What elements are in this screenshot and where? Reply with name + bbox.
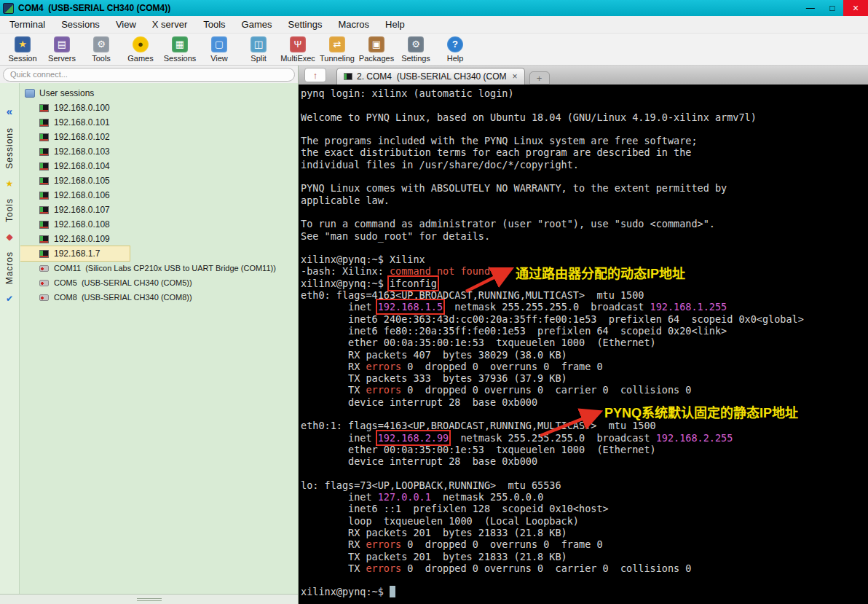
window-title: COM4 (USB-SERIAL CH340 (COM4)) — [18, 3, 170, 13]
ssh-session-icon — [39, 133, 49, 141]
menu-macros[interactable]: Macros — [330, 16, 377, 33]
session-tree: User sessions 192.168.0.100192.168.0.101… — [20, 83, 298, 594]
toolbar-label: Settings — [401, 54, 430, 63]
menu-terminal[interactable]: Terminal — [1, 16, 53, 33]
session-item-192.168.0.106[interactable]: 192.168.0.106 — [20, 188, 298, 203]
serial-port-icon — [39, 294, 49, 301]
toolbar-label: Sessions — [164, 54, 197, 63]
session-label: 192.168.0.109 — [54, 234, 110, 244]
view-icon: ▢ — [211, 36, 227, 52]
terminal-line: ether 00:0a:35:00:1e:53 txqueuelen 1000 … — [301, 444, 868, 455]
menu-games[interactable]: Games — [234, 16, 280, 33]
tab-close-icon[interactable]: × — [513, 71, 518, 82]
close-button[interactable]: × — [843, 0, 868, 16]
session-item-192.168.0.109[interactable]: 192.168.0.109 — [20, 232, 298, 246]
terminal-line: eth0:1: flags=4163<UP,BROADCAST,RUNNING,… — [301, 420, 868, 431]
session-item-192.168.0.102[interactable]: 192.168.0.102 — [20, 130, 298, 144]
detach-tab-button[interactable]: ↑ — [304, 68, 326, 82]
serial-session-item-com8[interactable]: COM8 (USB-SERIAL CH340 (COM8)) — [20, 290, 298, 305]
sidebar: « Sessions ★ Tools ◆ Macros ✔ User sessi… — [0, 66, 299, 604]
vertical-tab-tools[interactable]: Tools — [4, 198, 15, 222]
terminal-line: lo: flags=73<UP,LOOPBACK,RUNNING> mtu 65… — [301, 479, 868, 491]
app-window: COM4 (USB-SERIAL CH340 (COM4)) — □ × Ter… — [0, 0, 868, 604]
toolbar-label: View — [210, 54, 228, 63]
sidebar-resize-grip[interactable] — [0, 594, 298, 604]
toolbar-tools-button[interactable]: ⚙Tools — [82, 36, 121, 63]
star-icon: ★ — [6, 179, 14, 188]
terminal-line: RX errors 0 dropped 0 overruns 0 frame 0 — [301, 538, 868, 550]
toolbar-settings-button[interactable]: ⚙Settings — [396, 36, 435, 63]
session-label: 192.168.0.108 — [54, 219, 110, 230]
terminal-line: applicable law. — [301, 195, 868, 206]
split-icon: ◫ — [250, 36, 267, 52]
menu-help[interactable]: Help — [377, 16, 413, 33]
terminal-line: The programs included with the PYNQ Linu… — [301, 135, 868, 146]
terminal-line: RX packets 201 bytes 21833 (21.8 KB) — [301, 527, 868, 538]
session-item-192.168.0.107[interactable]: 192.168.0.107 — [20, 203, 298, 217]
session-item-192.168.0.101[interactable]: 192.168.0.101 — [20, 115, 298, 130]
servers-icon: ▤ — [54, 36, 70, 52]
tab-com4[interactable]: 2. COM4 (USB-SERIAL CH340 (COM × — [336, 68, 525, 85]
toolbar-multiexec-button[interactable]: ΨMultiExec — [278, 36, 317, 63]
vertical-tab-macros[interactable]: Macros — [4, 251, 15, 284]
multiexec-icon: Ψ — [290, 36, 306, 52]
new-tab-button[interactable]: + — [529, 71, 550, 85]
menu-settings[interactable]: Settings — [280, 16, 331, 33]
session-label: 192.168.0.106 — [54, 190, 110, 200]
session-item-192.168.0.108[interactable]: 192.168.0.108 — [20, 217, 298, 232]
session-item-192.168.1.7[interactable]: 192.168.1.7 — [20, 246, 130, 261]
terminal-line: loop txqueuelen 1000 (Local Loopback) — [301, 515, 868, 527]
vertical-tab-sessions[interactable]: Sessions — [4, 128, 15, 169]
toolbar-label: Session — [8, 54, 36, 63]
toolbar: ★Session▤Servers⚙Tools●Games▦Sessions▢Vi… — [0, 34, 868, 66]
menu-x-server[interactable]: X server — [144, 16, 195, 33]
terminal-line: pynq login: xilinx (automatic login) — [301, 87, 868, 99]
toolbar-games-button[interactable]: ●Games — [121, 36, 160, 63]
toolbar-help-button[interactable]: ?Help — [435, 36, 475, 63]
menu-view[interactable]: View — [108, 16, 144, 33]
macros-check-icon: ✔ — [6, 294, 13, 303]
toolbar-sessions-button[interactable]: ▦Sessions — [160, 36, 200, 63]
terminal-line — [301, 206, 868, 218]
session-item-192.168.0.103[interactable]: 192.168.0.103 — [20, 144, 298, 159]
terminal-line — [301, 574, 868, 586]
terminal-line: RX packets 407 bytes 38029 (38.0 KB) — [301, 349, 868, 361]
terminal[interactable]: pynq login: xilinx (automatic login) Wel… — [299, 85, 868, 604]
toolbar-servers-button[interactable]: ▤Servers — [42, 36, 82, 63]
toolbar-split-button[interactable]: ◫Split — [239, 36, 278, 63]
terminal-line — [301, 242, 868, 254]
session-label: 192.168.0.101 — [54, 117, 110, 128]
menu-sessions[interactable]: Sessions — [53, 16, 108, 33]
terminal-line — [301, 99, 868, 111]
session-list: 192.168.0.100192.168.0.101192.168.0.1021… — [20, 101, 298, 305]
terminal-line: Welcome to PYNQ Linux, based on Ubuntu 1… — [301, 111, 868, 123]
terminal-line: xilinx@pynq:~$ — [301, 586, 868, 597]
tunneling-icon: ⇄ — [329, 36, 345, 52]
toolbar-tunneling-button[interactable]: ⇄Tunneling — [317, 36, 357, 63]
quick-connect-input[interactable] — [3, 68, 295, 82]
terminal-line: inet6 240e:363:43d:cc00:20a:35ff:fe00:1e… — [301, 313, 868, 325]
terminal-line: individual files in /usr/share/doc/*/cop… — [301, 159, 868, 170]
tools-icon: ⚙ — [93, 36, 109, 52]
terminal-line: inet 192.168.1.5 netmask 255.255.255.0 b… — [301, 301, 868, 313]
toolbar-label: Split — [250, 54, 266, 63]
tools-icon: ◆ — [6, 232, 12, 241]
minimize-button[interactable]: — — [800, 0, 821, 16]
collapse-sidebar-button[interactable]: « — [7, 105, 12, 117]
maximize-button[interactable]: □ — [821, 0, 843, 16]
terminal-line: TX packets 333 bytes 37936 (37.9 KB) — [301, 372, 868, 384]
toolbar-view-button[interactable]: ▢View — [200, 36, 239, 63]
terminal-line: ether 00:0a:35:00:1e:53 txqueuelen 1000 … — [301, 337, 868, 348]
session-item-192.168.0.105[interactable]: 192.168.0.105 — [20, 173, 298, 188]
toolbar-label: MultiExec — [280, 54, 315, 63]
toolbar-packages-button[interactable]: ▣Packages — [357, 36, 396, 63]
toolbar-session-button[interactable]: ★Session — [3, 36, 42, 63]
red-highlight-box: 192.168.1.5 — [378, 301, 443, 313]
session-item-192.168.0.100[interactable]: 192.168.0.100 — [20, 101, 298, 115]
menu-tools[interactable]: Tools — [195, 16, 233, 33]
session-item-192.168.0.104[interactable]: 192.168.0.104 — [20, 159, 298, 173]
toolbar-label: Tunneling — [320, 54, 355, 63]
serial-session-item-com11[interactable]: COM11 (Silicon Labs CP210x USB to UART B… — [20, 261, 298, 275]
serial-session-item-com5[interactable]: COM5 (USB-SERIAL CH340 (COM5)) — [20, 275, 298, 290]
tree-root-user-sessions[interactable]: User sessions — [20, 86, 298, 101]
